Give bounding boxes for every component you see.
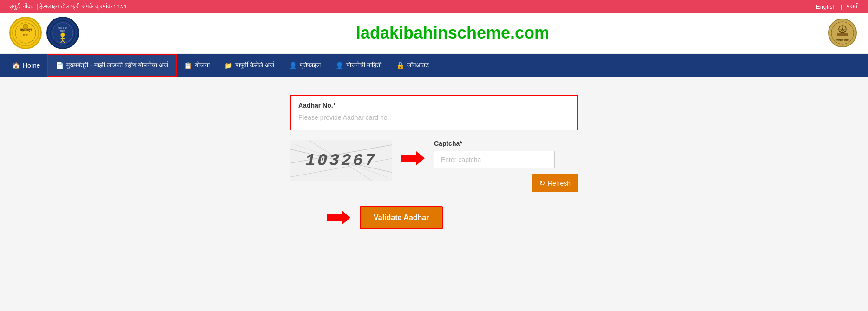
right-arrow-icon [401,151,425,165]
yojana-icon: 📋 [184,62,192,69]
nav-info-label: योजनेची माहिती [346,61,381,69]
svg-marker-30 [327,211,350,225]
captcha-input-row [434,151,578,168]
captcha-arrow [401,151,425,165]
lang-divider: | [841,3,842,10]
captcha-input-section: Captcha* ↻ Refresh [434,140,578,192]
maharashtra-logo: महाराष्ट्र शासन [9,17,42,49]
validate-aadhar-button[interactable]: Validate Aadhar [360,206,443,229]
nav-info[interactable]: 👤 योजनेची माहिती [328,54,389,77]
aadhar-input[interactable] [298,111,570,124]
captcha-image: 103267 [290,140,392,181]
refresh-icon: ↻ [539,179,545,188]
aadhar-field-group: Aadhar No.* [290,95,578,130]
nav-profile[interactable]: 👤 प्रोफाइल [282,54,328,77]
profile-icon: 👤 [289,62,297,69]
svg-text:सत्यमेव जयते: सत्यमेव जयते [835,39,849,42]
captcha-display-text: 103267 [305,151,377,170]
lang-marathi-link[interactable]: मराठी [847,3,859,10]
svg-marker-29 [401,151,425,165]
captcha-label: Captcha* [434,140,578,147]
info-icon: 👤 [335,62,343,69]
india-emblem-svg: सत्यमेव जयते [828,18,858,48]
nav-home[interactable]: 🏠 Home [5,54,47,77]
main-nav: 🏠 Home 📄 मुख्यमंत्री - माझी लाडकी बहीण य… [0,54,868,77]
wcd-logo-svg: महिला व बाल विकास [50,18,76,48]
home-icon: 🏠 [12,62,20,69]
validate-row: Validate Aadhar [290,206,578,229]
nav-completed[interactable]: 📁 यापूर्वी केलेले अर्ज [217,54,282,77]
top-bar-helpline: ड्युटी नोंदवा | हेल्पलाइन टोल फ्री संपर्… [9,3,816,10]
logout-icon: 🔓 [396,62,404,69]
validate-label: Validate Aadhar [374,214,429,221]
nav-home-label: Home [23,62,40,69]
completed-icon: 📁 [224,62,232,69]
main-content: Aadhar No.* 103267 [0,77,868,262]
nav-completed-label: यापूर्वी केलेले अर्ज [235,61,274,69]
header-logos: महाराष्ट्र शासन महिला व बाल विकास [9,17,79,49]
application-icon: 📄 [56,62,64,69]
nav-logout-label: लॉगआउट [407,61,429,69]
refresh-button[interactable]: ↻ Refresh [532,174,578,192]
svg-text:शासन: शासन [22,33,29,36]
nav-profile-label: प्रोफाइल [300,61,321,69]
lang-english-link[interactable]: English [816,3,836,10]
svg-text:विकास: विकास [60,30,65,32]
india-emblem: सत्यमेव जयते [826,17,859,49]
top-bar: ड्युटी नोंदवा | हेल्पलाइन टोल फ्री संपर्… [0,0,868,13]
wcd-logo: महिला व बाल विकास [46,17,79,49]
validate-arrow-icon [327,211,350,225]
captcha-row: 103267 Captcha* ↻ Refresh [290,140,578,192]
nav-application-label: मुख्यमंत्री - माझी लाडकी बहीण योजनेचा अर… [66,61,168,69]
svg-point-4 [23,24,28,29]
nav-yojana[interactable]: 📋 योजना [177,54,217,77]
refresh-label: Refresh [548,180,571,187]
nav-logout[interactable]: 🔓 लॉगआउट [389,54,436,77]
site-title: ladakibahinscheme.com [79,23,826,43]
form-container: Aadhar No.* 103267 [290,95,578,229]
nav-application[interactable]: 📄 मुख्यमंत्री - माझी लाडकी बहीण योजनेचा … [47,54,177,77]
site-header: महाराष्ट्र शासन महिला व बाल विकास ladak [0,13,868,54]
validate-arrow [327,211,350,225]
captcha-input[interactable] [434,151,555,168]
maharashtra-logo-svg: महाराष्ट्र शासन [12,19,39,47]
svg-point-0 [13,20,39,46]
aadhar-label: Aadhar No.* [298,102,570,109]
svg-rect-22 [837,33,848,36]
svg-text:महिला व बाल: महिला व बाल [58,27,67,29]
top-bar-language-switcher: English | मराठी [816,3,859,10]
nav-yojana-label: योजना [195,61,210,69]
svg-point-9 [61,33,65,37]
